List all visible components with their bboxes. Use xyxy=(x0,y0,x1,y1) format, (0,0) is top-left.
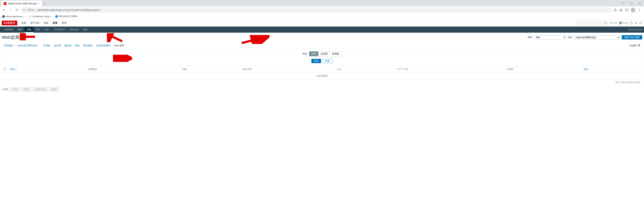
browser-chrome: Z zabbix4-server: 配置 web 监控 × + 不安全 | 10… xyxy=(0,0,644,19)
server-name-label: zabbix4-server xyxy=(628,28,642,31)
browser-tab[interactable]: Z zabbix4-server: 配置 web 监控 × xyxy=(2,1,42,6)
tab-discovery-rules[interactable]: 自动发现规则 xyxy=(94,43,112,48)
zabbix-logo[interactable]: ZABBIX xyxy=(2,21,17,25)
col-application: 应用集 xyxy=(504,66,582,72)
tab-applications[interactable]: 应用集 xyxy=(42,43,52,48)
bookmark-item[interactable]: 腾讯文档-官方网站... xyxy=(55,15,79,18)
search-input[interactable] xyxy=(576,21,608,25)
nav-inventory[interactable]: 资产记录 xyxy=(28,19,42,26)
svg-point-9 xyxy=(639,10,640,10)
empty-table-message: 未发现数据 xyxy=(2,72,642,79)
menu-icon[interactable] xyxy=(638,8,641,12)
star-icon[interactable] xyxy=(619,8,623,12)
group-select[interactable]: 所有 xyxy=(534,35,566,39)
col-auth: 认证 xyxy=(335,66,395,72)
select-all-checkbox[interactable] xyxy=(4,68,6,70)
sub-nav: 主机群组 模板 主机 维护 动作 关联项事件 自动发现 服务 zabbix4-s… xyxy=(0,26,644,33)
status-disabled-button[interactable]: 停用的 xyxy=(330,51,341,56)
support-icon xyxy=(610,22,612,24)
svg-text:?: ? xyxy=(631,22,632,24)
svg-rect-7 xyxy=(626,9,628,11)
svg-line-12 xyxy=(606,23,606,24)
tab-screens[interactable]: 聚合图形 xyxy=(82,43,94,48)
svg-point-16 xyxy=(636,22,637,23)
window-controls xyxy=(619,0,644,6)
create-web-scenario-button[interactable]: 创建 Web 场景 xyxy=(622,35,642,39)
subnav-discovery[interactable]: 自动发现 xyxy=(68,26,81,33)
back-button[interactable] xyxy=(2,7,6,12)
tab-graphs[interactable]: 图形 xyxy=(73,43,82,48)
enable-button[interactable]: 启用 xyxy=(10,87,20,91)
search-icon[interactable] xyxy=(604,22,607,24)
svg-point-10 xyxy=(639,11,640,11)
url-field[interactable]: 不安全 | 10.0.0.61/zabbix/httpconf.php?host… xyxy=(21,7,612,13)
subnav-correlation[interactable]: 关联项事件 xyxy=(52,26,68,33)
svg-point-13 xyxy=(610,22,612,24)
group-label: 群组 xyxy=(528,36,532,39)
status-filter-label: 状态 xyxy=(302,52,307,55)
filter-toggle[interactable]: 过滤器 xyxy=(628,43,642,48)
filter-icon xyxy=(638,44,640,47)
apply-filter-button[interactable]: 应用 xyxy=(312,59,321,63)
share-link[interactable]: ZShare xyxy=(619,22,628,24)
page-title: Web监测 xyxy=(2,34,19,40)
profile-avatar[interactable] xyxy=(631,8,636,12)
host-select[interactable]: zabbix首页网站状态 xyxy=(574,35,620,39)
subnav-actions[interactable]: 动作 xyxy=(42,26,52,33)
tencent-icon xyxy=(55,15,58,18)
subnav-hostgroups[interactable]: 主机群组 xyxy=(2,26,16,33)
support-link[interactable]: 支持 xyxy=(610,21,618,24)
main-nav: 监测 资产记录 报表 配置 管理 xyxy=(19,19,69,26)
extensions-icon[interactable] xyxy=(625,8,628,12)
page-header: Web监测 群组 所有 主机 zabbix首页网站状态 创建 Web 场景 xyxy=(0,33,644,42)
delete-button[interactable]: 删除 xyxy=(49,87,59,91)
help-icon[interactable]: ? xyxy=(630,21,633,24)
minimize-button[interactable] xyxy=(619,0,628,6)
filter-panel: 状态 所有 已启用 停用的 应用 重设 xyxy=(2,48,642,66)
tab-web-scenarios[interactable]: Web 场景 xyxy=(112,43,126,48)
svg-point-11 xyxy=(605,22,606,23)
bookmark-item[interactable]: ✎Excalidraw | Hand... xyxy=(28,15,52,18)
subnav-hosts[interactable]: 主机 xyxy=(24,26,34,33)
host-tabs: 所有模板 / zabbix首页网站状态 应用集 监控项 触发器 图形 聚合图形 … xyxy=(0,42,644,48)
reset-filter-button[interactable]: 重设 xyxy=(322,59,332,63)
forward-button[interactable] xyxy=(8,7,13,12)
reload-button[interactable] xyxy=(14,7,20,12)
col-status[interactable]: 状态 xyxy=(582,66,642,72)
nav-administration[interactable]: 管理 xyxy=(60,19,69,26)
excalidraw-icon: ✎ xyxy=(28,15,32,18)
col-name[interactable]: 名称 ▲ xyxy=(8,66,86,72)
status-all-button[interactable]: 所有 xyxy=(309,51,318,56)
nav-reports[interactable]: 报表 xyxy=(42,19,51,26)
subnav-templates[interactable]: 模板 xyxy=(16,26,24,33)
bookmark-item[interactable]: ebook.apecome.c... xyxy=(2,15,25,18)
table-footer-text: 显示 已自动发现的 0中的0 xyxy=(0,79,644,85)
col-proxy: HTTP 代理 xyxy=(395,66,504,72)
host-label: 主机 xyxy=(568,36,572,39)
new-tab-button[interactable]: + xyxy=(44,1,46,5)
maximize-button[interactable] xyxy=(628,0,636,6)
share-icon[interactable] xyxy=(614,8,617,12)
status-enabled-button[interactable]: 已启用 xyxy=(318,51,330,56)
nav-monitoring[interactable]: 监测 xyxy=(19,19,28,26)
insecure-icon xyxy=(23,9,26,11)
sort-asc-icon: ▲ xyxy=(15,68,17,70)
subnav-services[interactable]: 服务 xyxy=(81,26,90,33)
nav-configuration[interactable]: 配置 xyxy=(51,19,60,26)
close-window-button[interactable] xyxy=(636,0,644,6)
tab-triggers[interactable]: 触发器 xyxy=(63,43,73,48)
close-tab-icon[interactable]: × xyxy=(38,2,40,5)
tab-items[interactable]: 监控项 xyxy=(52,43,63,48)
user-icon[interactable] xyxy=(635,21,638,24)
clear-history-button[interactable]: 清除历史 xyxy=(33,87,48,91)
share-icon: Z xyxy=(619,22,622,24)
disable-button[interactable]: 禁用 xyxy=(22,87,32,91)
address-bar: 不安全 | 10.0.0.61/zabbix/httpconf.php?host… xyxy=(0,6,644,14)
logout-icon[interactable] xyxy=(639,21,642,24)
col-interval: 间隔 xyxy=(180,66,241,72)
selected-count: 0 选择 xyxy=(2,88,8,91)
breadcrumb-all-templates[interactable]: 所有模板 xyxy=(2,43,15,48)
subnav-maintenance[interactable]: 维护 xyxy=(34,26,42,33)
breadcrumb-host[interactable]: zabbix首页网站状态 xyxy=(16,43,40,48)
url-text: 10.0.0.61/zabbix/httpconf.php?hostid=102… xyxy=(38,8,100,11)
